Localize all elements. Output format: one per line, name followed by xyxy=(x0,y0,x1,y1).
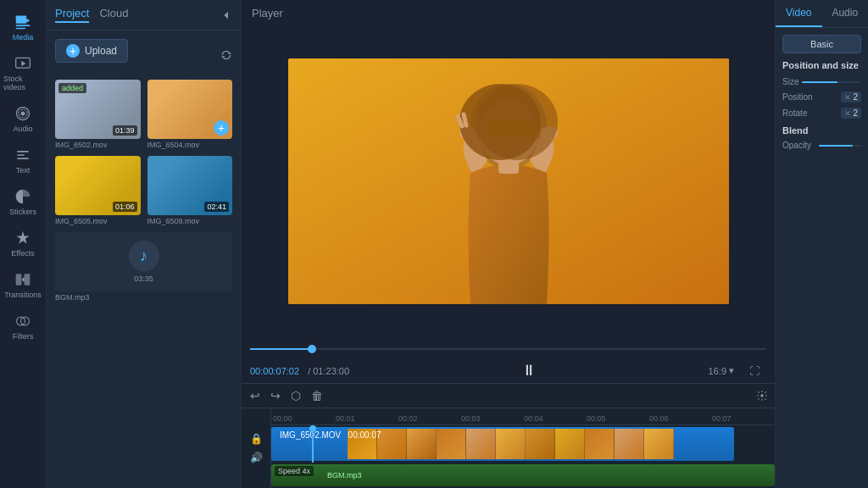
rotate-row: Rotate ✕ 2 xyxy=(782,108,861,119)
sidebar-item-transitions[interactable]: Transitions xyxy=(0,264,46,306)
audio-clip[interactable]: Speed 4x BGM.mp3 xyxy=(271,464,775,486)
media-name-1: IMG_6504.mov xyxy=(147,141,233,149)
settings-icon[interactable] xyxy=(756,390,768,402)
size-slider-fill xyxy=(802,81,837,83)
tab-video[interactable]: Video xyxy=(776,0,822,27)
sidebar-item-audio-label: Audio xyxy=(13,125,32,133)
sidebar-item-effects-label: Effects xyxy=(11,249,34,258)
clip-thumbnails xyxy=(348,427,674,461)
opacity-slider[interactable] xyxy=(819,145,861,147)
sidebar-item-text[interactable]: Text xyxy=(0,140,46,181)
split-button[interactable]: ⬡ xyxy=(289,387,303,404)
upload-label: Upload xyxy=(85,45,117,57)
ruler-mark-0: 00:00 xyxy=(273,414,336,423)
media-name-3: IMG_6509.mov xyxy=(147,217,233,225)
svg-point-5 xyxy=(21,112,25,116)
collapse-icon[interactable] xyxy=(220,9,232,21)
audio-item-0[interactable]: ♪ 03:35 BGM.mp3 xyxy=(55,232,232,302)
chevron-down-icon: ▾ xyxy=(729,365,734,376)
opacity-row: Opacity xyxy=(782,141,861,150)
media-grid: added 01:39 IMG_6502.mov + IMG_6504.mov … xyxy=(55,80,232,225)
media-name-0: IMG_6502.mov xyxy=(55,141,141,149)
sidebar-item-stickers[interactable]: Stickers xyxy=(0,181,46,223)
audio-icon xyxy=(14,105,31,122)
timeline-main[interactable]: 00:00 00:01 00:02 00:03 00:04 00:05 00:0… xyxy=(271,408,775,488)
delete-button[interactable]: 🗑 xyxy=(309,387,325,404)
ruler-mark-3: 00:03 xyxy=(461,414,524,423)
video-clip[interactable]: IMG_6502.MOV 00:00:07 xyxy=(271,427,734,461)
video-track[interactable]: IMG_6502.MOV 00:00:07 xyxy=(271,425,775,463)
svg-rect-8 xyxy=(25,274,31,285)
audio-clip-label: BGM.mp3 xyxy=(327,471,362,480)
undo-button[interactable]: ↩ xyxy=(248,387,262,404)
svg-point-24 xyxy=(760,394,764,397)
player-header: Player xyxy=(242,0,775,23)
total-time: / 01:23:00 xyxy=(308,366,349,376)
timeline-toolbar: ↩ ↪ ⬡ 🗑 xyxy=(242,384,775,408)
media-icon xyxy=(14,14,31,30)
upload-button[interactable]: + Upload xyxy=(55,39,128,63)
size-slider[interactable] xyxy=(802,81,861,83)
scrubber-progress xyxy=(250,348,312,350)
sidebar-item-media[interactable]: Media xyxy=(0,7,46,48)
rotate-value-badge: ✕ 2 xyxy=(841,108,861,119)
text-icon xyxy=(14,147,31,164)
ruler-mark-1: 00:01 xyxy=(336,414,398,423)
media-item-0[interactable]: added 01:39 IMG_6502.mov xyxy=(55,80,141,149)
current-time: 00:00:07:02 xyxy=(250,366,299,376)
scrubber-track xyxy=(250,348,766,350)
ruler-mark-7: 00:07 xyxy=(712,414,775,423)
aspect-ratio-selector[interactable]: 16:9 ▾ xyxy=(709,365,734,376)
stock-videos-icon xyxy=(14,55,31,72)
sidebar-item-audio[interactable]: Audio xyxy=(0,98,46,140)
project-panel: Project Cloud + Upload added 0 xyxy=(47,0,242,488)
refresh-icon[interactable] xyxy=(220,49,232,61)
x-icon-pos: ✕ xyxy=(844,93,851,102)
position-row: Position ✕ 2 xyxy=(782,92,861,103)
svg-rect-1 xyxy=(16,25,31,26)
ruler-mark-2: 00:02 xyxy=(398,414,461,423)
scrubber-handle[interactable] xyxy=(308,345,316,353)
redo-button[interactable]: ↪ xyxy=(269,387,282,404)
timeline-area: ↩ ↪ ⬡ 🗑 🔒 🔊 00:00 00:01 xyxy=(242,383,775,488)
right-tabs: Video Audio xyxy=(776,0,868,28)
opacity-slider-fill xyxy=(819,145,853,147)
fullscreen-button[interactable]: ⛶ xyxy=(743,365,766,377)
timeline-scrubber[interactable] xyxy=(250,341,766,357)
x-icon-rot: ✕ xyxy=(844,109,851,118)
media-item-3[interactable]: 02:41 IMG_6509.mov xyxy=(147,156,233,225)
sidebar-item-filters[interactable]: Filters xyxy=(0,306,46,347)
position-value: 2 xyxy=(853,92,858,102)
size-label: Size xyxy=(782,77,798,86)
sidebar-item-media-label: Media xyxy=(13,33,34,42)
media-name-2: IMG_6505.mov xyxy=(55,217,141,225)
media-item-1[interactable]: + IMG_6504.mov xyxy=(147,80,233,149)
size-row: Size xyxy=(782,77,861,86)
audio-track[interactable]: Speed 4x BGM.mp3 xyxy=(271,463,775,488)
tab-audio[interactable]: Audio xyxy=(822,0,869,27)
ruler-mark-5: 00:05 xyxy=(587,414,649,423)
tab-project[interactable]: Project xyxy=(55,7,89,23)
sidebar-item-stock-videos[interactable]: Stock videos xyxy=(0,48,46,98)
duration-3: 02:41 xyxy=(204,202,229,212)
timeline-tracks: 🔒 🔊 00:00 00:01 00:02 00:03 00:04 00:05 … xyxy=(242,408,775,488)
duration-2: 01:06 xyxy=(113,202,137,212)
basic-button[interactable]: Basic xyxy=(782,35,861,53)
pause-button[interactable]: ⏸ xyxy=(515,362,543,380)
player-container xyxy=(242,23,775,340)
svg-rect-7 xyxy=(16,274,22,285)
tab-cloud[interactable]: Cloud xyxy=(99,7,128,23)
mute-track-button[interactable]: 🔊 xyxy=(250,452,263,463)
lock-track-button[interactable]: 🔒 xyxy=(250,433,263,445)
transitions-icon xyxy=(14,271,31,288)
sidebar-item-stickers-label: Stickers xyxy=(9,208,36,216)
media-item-2[interactable]: 01:06 IMG_6505.mov xyxy=(55,156,141,225)
ruler-mark-6: 00:06 xyxy=(649,414,712,423)
plus-badge-1: + xyxy=(214,120,229,136)
project-tabs: Project Cloud xyxy=(47,0,241,30)
svg-rect-19 xyxy=(498,158,519,174)
right-panel: Video Audio Basic Position and size Size… xyxy=(775,0,868,488)
sidebar-item-effects[interactable]: Effects xyxy=(0,223,46,264)
player-controls: 00:00:07:02 / 01:23:00 ⏸ 16:9 ▾ ⛶ xyxy=(242,358,775,383)
sidebar-item-filters-label: Filters xyxy=(13,332,34,341)
